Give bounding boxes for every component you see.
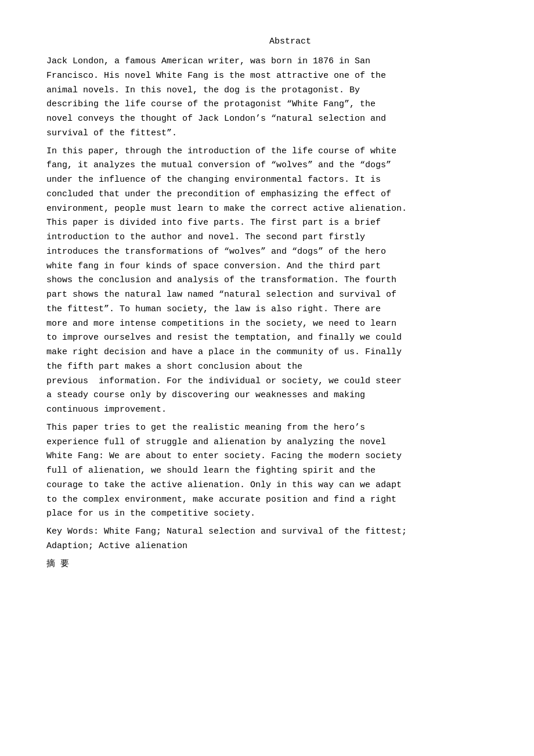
paragraph-3: This paper tries to get the realistic me… [46, 421, 488, 521]
page: Abstract Jack London, a famous American … [0, 0, 534, 756]
chinese-title: 摘 要 [46, 557, 488, 572]
abstract-title: Abstract [46, 35, 488, 49]
paragraph-1: Jack London, a famous American writer, w… [46, 55, 488, 141]
paragraph-2: In this paper, through the introduction … [46, 145, 488, 417]
keywords: Key Words: White Fang; Natural selection… [46, 525, 488, 554]
